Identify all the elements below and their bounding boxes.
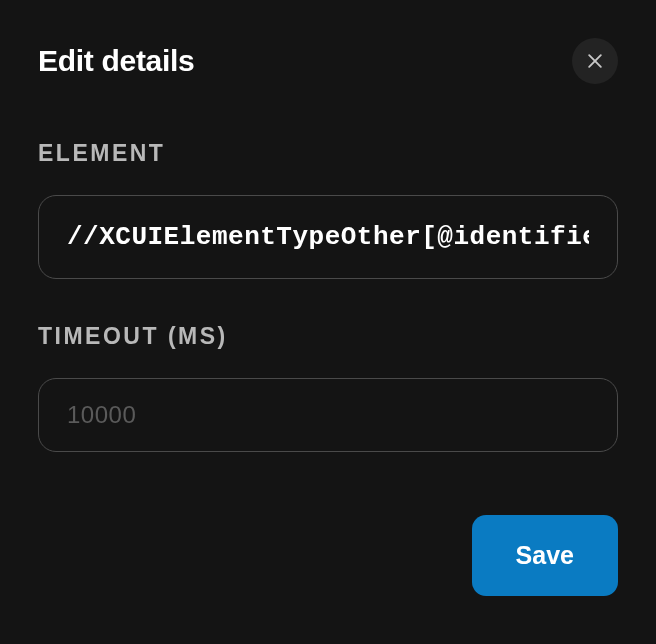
timeout-label: TIMEOUT (MS) bbox=[38, 323, 618, 350]
timeout-input[interactable] bbox=[67, 401, 589, 429]
element-input-wrapper bbox=[38, 195, 618, 279]
element-input[interactable] bbox=[67, 222, 589, 252]
modal-title: Edit details bbox=[38, 44, 194, 78]
edit-details-modal: Edit details ELEMENT TIMEOUT (MS) Save bbox=[0, 0, 656, 644]
timeout-input-wrapper bbox=[38, 378, 618, 452]
close-icon bbox=[585, 51, 605, 71]
modal-header: Edit details bbox=[38, 38, 618, 84]
close-button[interactable] bbox=[572, 38, 618, 84]
save-button[interactable]: Save bbox=[472, 515, 618, 596]
element-label: ELEMENT bbox=[38, 140, 618, 167]
